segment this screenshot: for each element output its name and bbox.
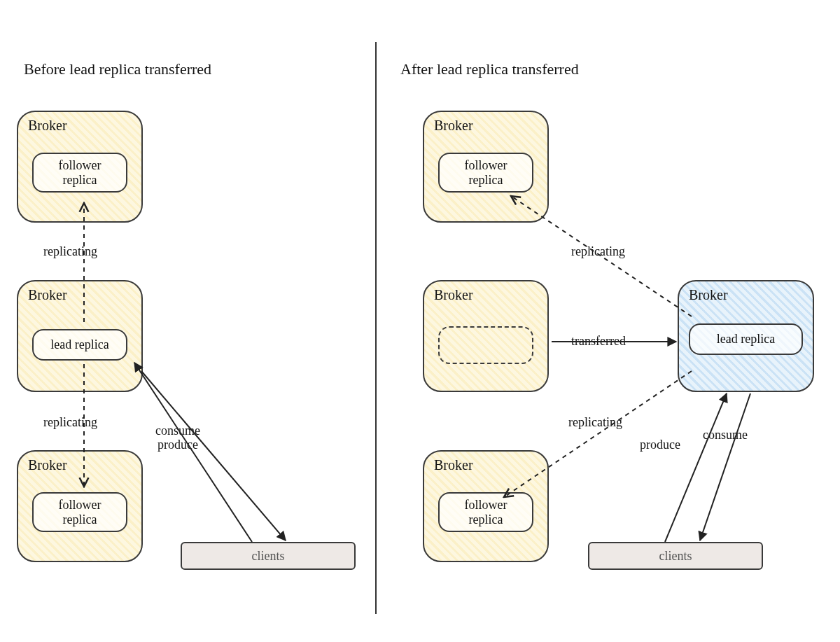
left-replicating-bot: replicating [41,416,100,430]
right-follower-bot: follower replica [438,492,533,532]
empty-replica-placeholder [438,326,533,364]
diagram-canvas: Before lead replica transferred Broker f… [0,0,840,642]
left-consume-produce: consume produce [153,424,203,452]
broker-label: Broker [434,457,538,473]
right-title: After lead replica transferred [400,60,579,78]
follower-replica-bot: follower replica [32,492,127,532]
right-new-broker: Broker lead replica [678,280,814,392]
left-broker-top: Broker follower replica [17,111,143,223]
left-consume-arrow [141,371,286,540]
left-broker-mid: Broker lead replica [17,280,143,392]
clients-label: clients [252,549,285,564]
broker-label: Broker [28,287,132,303]
broker-label: Broker [689,287,803,303]
lead-replica: lead replica [32,329,127,361]
follower-replica-top: follower replica [32,153,127,193]
right-broker-mid: Broker [423,280,549,392]
right-broker-bot: Broker follower replica [423,450,549,562]
broker-label: Broker [28,457,132,473]
left-produce-arrow [134,363,252,542]
right-follower-top: follower replica [438,153,533,193]
broker-label: Broker [434,118,538,134]
right-lead-replica: lead replica [689,323,803,355]
clients-label: clients [659,549,692,564]
right-replicating-bot: replicating [566,416,625,430]
right-consume: consume [700,428,750,442]
right-produce: produce [637,438,683,452]
left-replicating-top: replicating [41,245,100,259]
broker-label: Broker [434,287,538,303]
left-title: Before lead replica transferred [24,60,211,78]
right-clients: clients [588,542,763,570]
broker-label: Broker [28,118,132,134]
vertical-divider [375,42,377,614]
left-clients: clients [181,542,356,570]
right-replicating-top: replicating [568,245,628,259]
left-broker-bot: Broker follower replica [17,450,143,562]
right-broker-top: Broker follower replica [423,111,549,223]
right-transferred: transferred [568,335,629,349]
right-produce-arrow [665,393,727,542]
right-consume-arrow [700,393,750,540]
